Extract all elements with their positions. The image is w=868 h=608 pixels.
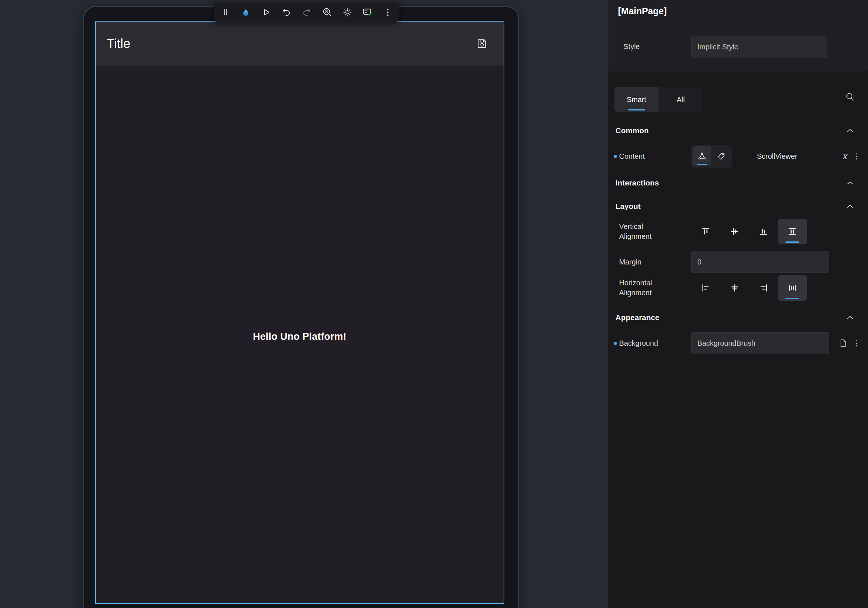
vertical-alignment-label: Vertical Alignment [619, 222, 691, 241]
theme-button[interactable] [341, 5, 354, 20]
content-value[interactable]: ScrollViewer [757, 152, 797, 160]
chevron-up-icon [846, 204, 854, 208]
background-input[interactable]: BackgroundBrush [691, 332, 829, 354]
properties-panel: [MainPage] Style Implicit Style Smart Al… [608, 0, 868, 608]
property-row-horizontal-alignment: Horizontal Alignment [608, 275, 868, 301]
content-type-group [691, 145, 732, 168]
section-appearance-header[interactable]: Appearance [608, 306, 868, 329]
align-center-horizontal-icon [730, 283, 739, 293]
preview-text[interactable]: Hello Uno Platform! [96, 331, 504, 342]
page-preview[interactable]: Title Hello Uno Platform! [95, 21, 504, 604]
section-interactions-label: Interactions [615, 179, 659, 187]
resource-document-icon [839, 339, 847, 348]
background-row-actions [839, 339, 857, 348]
chevron-up-icon [846, 128, 854, 133]
align-stretch-vertical-icon [787, 227, 797, 236]
selected-element-title: [MainPage] [618, 6, 666, 17]
margin-input[interactable]: 0 [691, 251, 829, 273]
valign-stretch-button[interactable] [778, 219, 807, 244]
section-common-header[interactable]: Common [608, 119, 868, 142]
design-canvas: Title Hello Uno Platform! [0, 0, 608, 608]
more-vertical-icon [386, 7, 389, 17]
content-row-actions: x [842, 151, 857, 161]
content-template-button[interactable] [693, 146, 711, 166]
align-right-icon [759, 283, 768, 293]
vertical-alignment-group [691, 219, 807, 244]
margin-label: Margin [619, 258, 691, 266]
sun-icon [343, 7, 352, 17]
undo-icon [281, 7, 291, 17]
device-frame: Title Hello Uno Platform! [83, 6, 519, 608]
chevron-up-icon [846, 181, 854, 185]
modified-indicator [614, 155, 617, 158]
undo-button[interactable] [280, 5, 293, 20]
save-button[interactable] [474, 36, 490, 51]
section-layout-header[interactable]: Layout [608, 194, 868, 218]
horizontal-alignment-label: Horizontal Alignment [619, 278, 691, 298]
toolbar-drag-handle[interactable] [219, 5, 232, 20]
align-center-vertical-icon [730, 227, 739, 236]
chevron-up-icon [846, 315, 854, 320]
diagnostics-button[interactable] [361, 5, 374, 20]
section-interactions-header[interactable]: Interactions [608, 171, 868, 194]
tab-smart[interactable]: Smart [614, 87, 659, 112]
halign-center-button[interactable] [720, 275, 749, 301]
valign-top-button[interactable] [691, 219, 720, 244]
align-bottom-icon [759, 227, 768, 236]
drag-handle-icon [223, 7, 228, 17]
section-common-label: Common [615, 126, 649, 135]
more-vertical-icon [855, 152, 857, 160]
redo-icon [302, 7, 312, 17]
hot-design-toolbar [214, 3, 400, 22]
diagnostics-check-icon [362, 7, 373, 17]
property-filter-tabs: Smart All [614, 87, 703, 112]
modified-indicator [614, 342, 617, 345]
preview-navbar[interactable]: Title [96, 22, 504, 65]
valign-bottom-button[interactable] [749, 219, 778, 244]
inspect-user-icon [322, 7, 332, 17]
redo-button[interactable] [300, 5, 313, 20]
background-label: Background [619, 339, 691, 348]
align-top-icon [701, 227, 710, 236]
background-resource-button[interactable] [839, 339, 847, 348]
toolbar-more-button[interactable] [381, 5, 394, 20]
property-row-vertical-alignment: Vertical Alignment [608, 219, 868, 244]
halign-right-button[interactable] [749, 275, 778, 301]
horizontal-alignment-group [691, 275, 807, 301]
hot-reload-button[interactable] [239, 5, 253, 20]
background-more-button[interactable] [855, 339, 857, 348]
more-vertical-icon [855, 339, 857, 348]
selected-element-card: [MainPage] Style Implicit Style [608, 0, 868, 72]
halign-left-button[interactable] [691, 275, 720, 301]
property-row-content: Content [608, 142, 868, 170]
preview-title: Title [107, 36, 130, 51]
save-icon [476, 38, 488, 50]
search-icon [845, 92, 855, 102]
element-inspector-button[interactable] [321, 5, 334, 20]
halign-stretch-button[interactable] [778, 275, 807, 301]
section-layout-label: Layout [615, 202, 641, 211]
markup-extension-button[interactable]: x [842, 151, 847, 161]
style-input[interactable]: Implicit Style [691, 37, 827, 58]
app-root: Title Hello Uno Platform! [0, 0, 868, 608]
content-label: Content [619, 152, 691, 160]
play-button[interactable] [259, 5, 273, 20]
property-row-background: Background BackgroundBrush [608, 332, 868, 354]
play-icon [261, 7, 271, 17]
style-label: Style [623, 42, 640, 51]
property-row-margin: Margin 0 [608, 251, 868, 273]
valign-center-button[interactable] [720, 219, 749, 244]
section-appearance-label: Appearance [615, 313, 659, 322]
align-left-icon [701, 283, 710, 293]
content-tag-button[interactable] [712, 146, 731, 166]
tag-icon [717, 152, 726, 161]
tab-all[interactable]: All [659, 87, 703, 112]
content-more-button[interactable] [855, 152, 857, 160]
data-template-icon [698, 151, 707, 161]
align-stretch-horizontal-icon [787, 283, 797, 293]
flame-icon [241, 7, 251, 17]
property-search-button[interactable] [842, 89, 857, 104]
